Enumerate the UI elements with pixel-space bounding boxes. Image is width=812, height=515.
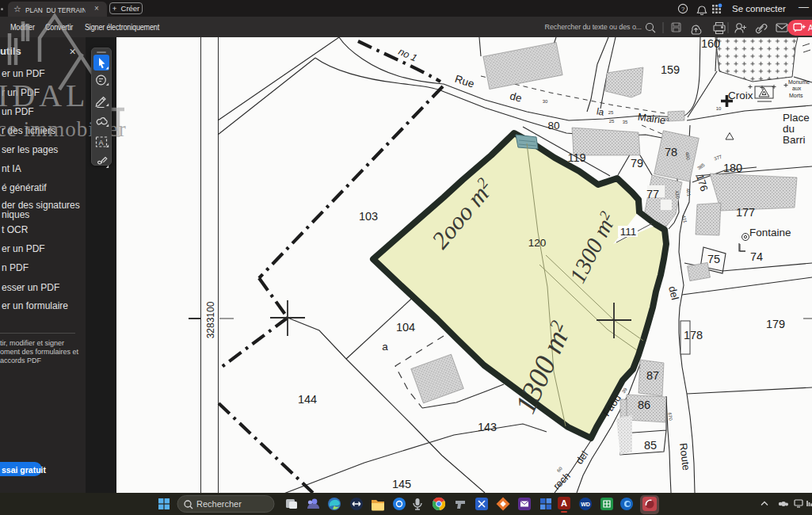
svg-text:78: 78: [665, 146, 677, 158]
svg-text:79: 79: [631, 157, 643, 170]
svg-text:86: 86: [638, 399, 650, 411]
svg-text:144: 144: [298, 393, 317, 406]
svg-text:Rechercher: Rechercher: [196, 499, 242, 509]
svg-text:25: 25: [608, 110, 614, 115]
svg-text:du: du: [783, 123, 795, 135]
svg-text:104: 104: [396, 321, 415, 334]
svg-text:10: 10: [716, 106, 722, 111]
svg-text:77: 77: [646, 188, 659, 200]
svg-text:119: 119: [567, 151, 585, 164]
svg-text:Croix: Croix: [728, 90, 753, 101]
svg-text:a: a: [382, 341, 388, 353]
svg-text:Barri: Barri: [783, 134, 806, 146]
svg-text:aux: aux: [792, 86, 802, 91]
svg-text:177: 177: [736, 206, 755, 219]
svg-text:111: 111: [620, 226, 637, 238]
svg-text:143: 143: [478, 421, 497, 433]
svg-text:?: ?: [681, 6, 685, 13]
svg-text:85: 85: [644, 439, 657, 452]
svg-text:35: 35: [623, 120, 628, 124]
svg-text:80: 80: [547, 120, 559, 132]
svg-text:Fontaine: Fontaine: [749, 227, 791, 238]
svg-text:A: A: [808, 24, 812, 32]
svg-text:25: 25: [609, 119, 615, 124]
svg-text:Monume: Monume: [788, 79, 810, 85]
svg-text:87: 87: [646, 369, 659, 382]
svg-text:30: 30: [543, 99, 548, 104]
svg-text:A: A: [99, 139, 104, 147]
svg-text:A: A: [561, 498, 567, 508]
svg-text:Place: Place: [783, 112, 810, 124]
svg-text:145: 145: [392, 478, 411, 490]
svg-text:74: 74: [750, 250, 763, 263]
svg-text:75: 75: [707, 253, 720, 265]
svg-text:120: 120: [528, 237, 547, 249]
svg-text:WD: WD: [581, 502, 590, 507]
svg-text:160: 160: [701, 37, 720, 50]
svg-text:20: 20: [664, 117, 669, 122]
svg-text:178: 178: [684, 329, 703, 341]
svg-text:159: 159: [661, 63, 680, 76]
svg-text:103: 103: [359, 210, 378, 223]
svg-text:3283100: 3283100: [205, 301, 216, 338]
svg-text:Morts: Morts: [789, 93, 803, 98]
svg-text:180: 180: [723, 162, 742, 174]
svg-text:179: 179: [766, 318, 785, 330]
